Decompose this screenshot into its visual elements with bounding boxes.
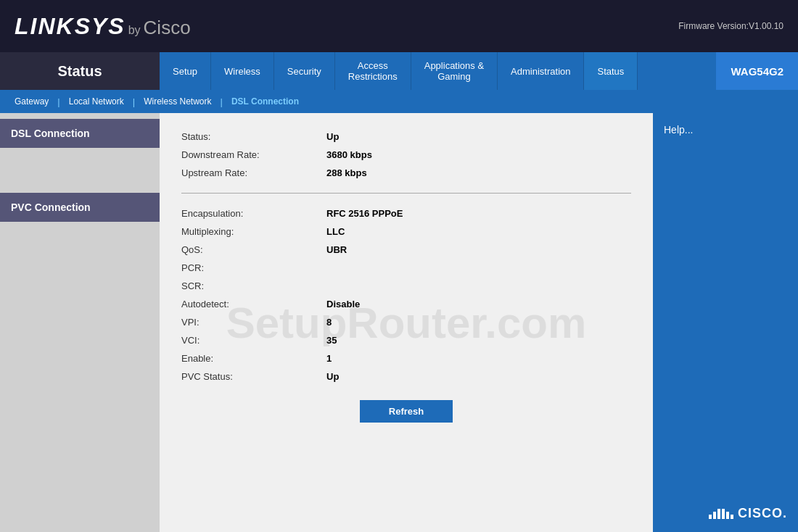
status-value: Up xyxy=(326,131,339,142)
tab-setup[interactable]: Setup xyxy=(160,52,211,90)
sidebar-spacer-1 xyxy=(0,149,160,193)
firmware-version: Firmware Version:V1.00.10 xyxy=(678,21,783,31)
main-layout: DSL Connection PVC Connection SetupRoute… xyxy=(0,113,798,532)
pvc-status-label: PVC Status: xyxy=(181,371,326,382)
status-row: Status: Up xyxy=(181,128,631,146)
enable-value: 1 xyxy=(326,353,332,364)
sub-nav-wireless-network[interactable]: Wireless Network xyxy=(136,93,218,109)
downstream-value: 3680 kbps xyxy=(326,149,372,160)
cisco-bar-1 xyxy=(709,515,712,519)
enable-label: Enable: xyxy=(181,353,326,364)
upstream-value: 288 kbps xyxy=(326,167,367,178)
dsl-info-table: Status: Up Downstream Rate: 3680 kbps Up… xyxy=(181,128,631,423)
tab-applications-gaming[interactable]: Applications & Gaming xyxy=(411,52,498,90)
encapsulation-row: Encapsulation: RFC 2516 PPPoE xyxy=(181,204,631,223)
nav-tabs: Setup Wireless Security Access Restricti… xyxy=(160,52,716,90)
tab-security[interactable]: Security xyxy=(274,52,335,90)
cisco-bar-2 xyxy=(713,512,716,519)
tab-status[interactable]: Status xyxy=(584,52,638,90)
status-label: Status: xyxy=(181,131,326,142)
vci-value: 35 xyxy=(326,335,337,346)
section-divider xyxy=(181,193,631,194)
tab-access-restrictions[interactable]: Access Restrictions xyxy=(335,52,411,90)
pcr-label: PCR: xyxy=(181,262,326,273)
multiplexing-value: LLC xyxy=(326,226,345,237)
vpi-row: VPI: 8 xyxy=(181,313,631,331)
sub-nav-divider-1: | xyxy=(57,96,59,107)
tab-administration[interactable]: Administration xyxy=(498,52,584,90)
vci-row: VCI: 35 xyxy=(181,331,631,349)
sub-nav-divider-2: | xyxy=(133,96,135,107)
vci-label: VCI: xyxy=(181,335,326,346)
sub-nav-dsl-connection[interactable]: DSL Connection xyxy=(224,93,306,109)
cisco-logo-area: CISCO. xyxy=(664,506,787,521)
autodetect-row: Autodetect: Disable xyxy=(181,295,631,313)
cisco-bars-icon xyxy=(709,509,733,519)
model-label: WAG54G2 xyxy=(716,52,798,90)
vpi-label: VPI: xyxy=(181,317,326,328)
right-panel: Help... CISCO. xyxy=(653,113,798,532)
tab-wireless[interactable]: Wireless xyxy=(211,52,274,90)
autodetect-value: Disable xyxy=(326,299,360,309)
logo-area: LINKSYS by Cisco xyxy=(15,13,191,40)
qos-value: UBR xyxy=(326,244,347,255)
pvc-status-value: Up xyxy=(326,371,339,382)
nav-bar: Status Setup Wireless Security Access Re… xyxy=(0,52,798,90)
sub-nav-divider-3: | xyxy=(221,96,223,107)
scr-row: SCR: xyxy=(181,277,631,295)
sub-nav: Gateway | Local Network | Wireless Netwo… xyxy=(0,90,798,113)
cisco-bar-4 xyxy=(722,509,725,519)
scr-label: SCR: xyxy=(181,280,326,291)
sidebar: DSL Connection PVC Connection xyxy=(0,113,160,532)
qos-row: QoS: UBR xyxy=(181,241,631,259)
upstream-label: Upstream Rate: xyxy=(181,167,326,178)
encapsulation-value: RFC 2516 PPPoE xyxy=(326,208,403,219)
vpi-value: 8 xyxy=(326,317,332,328)
cisco-brand-text: CISCO. xyxy=(738,506,787,521)
logo-linksys: LINKSYS xyxy=(15,13,126,40)
sub-nav-gateway[interactable]: Gateway xyxy=(7,93,56,109)
refresh-button[interactable]: Refresh xyxy=(360,400,453,423)
multiplexing-label: Multiplexing: xyxy=(181,226,326,237)
autodetect-label: Autodetect: xyxy=(181,299,326,309)
upstream-row: Upstream Rate: 288 kbps xyxy=(181,164,631,182)
cisco-bar-5 xyxy=(726,512,729,519)
nav-status-label: Status xyxy=(0,52,160,90)
logo-cisco-text: Cisco xyxy=(144,17,191,39)
pvc-status-row: PVC Status: Up xyxy=(181,367,631,386)
help-text: Help... xyxy=(664,124,693,136)
downstream-label: Downstream Rate: xyxy=(181,149,326,160)
multiplexing-row: Multiplexing: LLC xyxy=(181,223,631,241)
downstream-row: Downstream Rate: 3680 kbps xyxy=(181,146,631,164)
refresh-row: Refresh xyxy=(181,400,631,423)
sub-nav-local-network[interactable]: Local Network xyxy=(62,93,131,109)
enable-row: Enable: 1 xyxy=(181,349,631,367)
encapsulation-label: Encapsulation: xyxy=(181,208,326,219)
header: LINKSYS by Cisco Firmware Version:V1.00.… xyxy=(0,0,798,52)
logo-by: by xyxy=(128,24,141,37)
cisco-bar-6 xyxy=(731,515,733,519)
qos-label: QoS: xyxy=(181,244,326,255)
cisco-bar-3 xyxy=(717,509,720,519)
sidebar-item-pvc-connection[interactable]: PVC Connection xyxy=(0,193,160,222)
content-area: SetupRouter.com Status: Up Downstream Ra… xyxy=(160,113,653,532)
pcr-row: PCR: xyxy=(181,259,631,277)
sidebar-item-dsl-connection[interactable]: DSL Connection xyxy=(0,119,160,148)
